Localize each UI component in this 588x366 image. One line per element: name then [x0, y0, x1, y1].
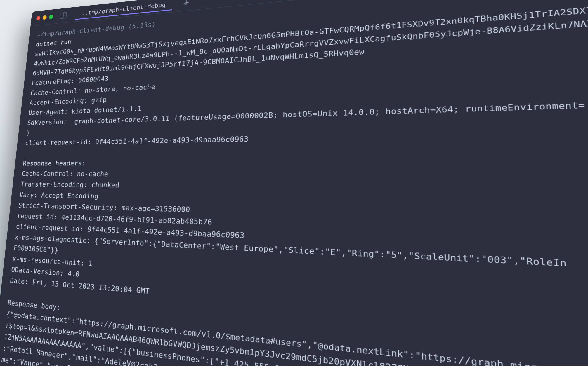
- terminal-window: ..tmp/graph-client-debug + ~/tmp/graph-c…: [0, 0, 588, 366]
- command: dotnet run: [36, 38, 72, 48]
- res-header: Strict-Transport-Security: max-age=31536…: [18, 201, 190, 214]
- res-header: Transfer-Encoding: chunked: [20, 180, 119, 189]
- prompt-path: ~/tmp/graph-client-debug: [37, 23, 125, 39]
- section-label: Response headers:: [22, 159, 86, 167]
- res-header: Date: Fri, 13 Oct 2023 13:20:04 GMT: [10, 276, 150, 296]
- terminal-output[interactable]: ~/tmp/graph-client-debug (5.13s) dotnet …: [0, 0, 588, 366]
- close-icon[interactable]: [36, 16, 41, 20]
- new-tab-button[interactable]: +: [183, 0, 189, 8]
- req-header: User-Agent: kiota-dotnet/1.1.1: [28, 104, 142, 116]
- req-header: ): [26, 129, 30, 137]
- zoom-icon[interactable]: [49, 15, 53, 19]
- res-header: x-ms-resource-unit: 1: [12, 255, 93, 268]
- res-header: F000105C8"}}: [13, 244, 58, 254]
- res-header: Vary: Accept-Encoding: [19, 191, 98, 200]
- res-header: Cache-Control: no-cache: [21, 170, 108, 178]
- res-header: OData-Version: 4.0: [11, 266, 80, 279]
- req-header: client-request-id: 9f44c551-4a1f-492e-a4…: [25, 135, 249, 147]
- minimize-icon[interactable]: [43, 15, 47, 20]
- traffic-lights: [36, 15, 53, 20]
- res-header: x-ms-ags-diagnostic: {"ServerInfo":{"Dat…: [14, 233, 567, 269]
- req-header: Accept-Encoding: gzip: [29, 96, 107, 107]
- section-label: Response body:: [7, 299, 61, 312]
- split-panes-icon[interactable]: [60, 12, 67, 19]
- req-header: FeatureFlag: 00000043: [31, 75, 109, 87]
- prompt-timing: (5.13s): [128, 20, 156, 30]
